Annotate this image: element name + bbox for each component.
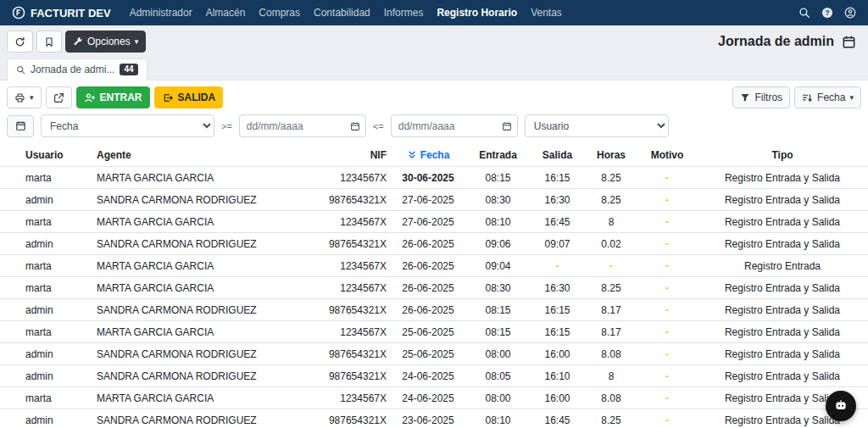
table-body: martaMARTA GARCIA GARCIA1234567X30-06-20… <box>0 167 868 428</box>
filter-row: Fecha >= <= Usuario <box>7 114 861 137</box>
cell-entrada: 08:10 <box>466 211 530 233</box>
table-row[interactable]: adminSANDRA CARMONA RODRIGUEZ987654321X2… <box>0 299 868 321</box>
col-header-fecha[interactable]: Fecha <box>390 144 466 167</box>
calendar-filter-button[interactable] <box>7 115 34 137</box>
navbar-menu: AdministradorAlmacénComprasContabilidadI… <box>123 7 569 19</box>
cell-entrada: 08:05 <box>466 365 530 387</box>
print-button[interactable]: ▾ <box>7 86 42 108</box>
cell-motivo: - <box>637 409 697 428</box>
col-header-salida[interactable]: Salida <box>530 144 585 167</box>
cell-nif: 1234567X <box>309 277 390 299</box>
search-icon-small <box>16 65 25 75</box>
filtros-label: Filtros <box>754 92 782 103</box>
cell-motivo: - <box>637 167 697 189</box>
nav-item-informes[interactable]: Informes <box>377 7 431 19</box>
table-row[interactable]: martaMARTA GARCIA GARCIA1234567X24-06-20… <box>0 387 868 409</box>
cell-entrada: 09:04 <box>466 255 530 277</box>
nav-item-compras[interactable]: Compras <box>252 7 307 19</box>
filter-user-select[interactable]: Usuario <box>525 114 669 137</box>
cell-agente: MARTA GARCIA GARCIA <box>93 255 309 277</box>
options-button[interactable]: Opciones ▾ <box>65 31 146 53</box>
col-header-tipo[interactable]: Tipo <box>697 144 868 167</box>
cell-agente: MARTA GARCIA GARCIA <box>93 211 309 233</box>
cell-horas: 8.25 <box>585 167 637 189</box>
cell-horas: 8.17 <box>585 321 637 343</box>
date-to-input[interactable] <box>391 114 518 137</box>
col-header-entrada[interactable]: Entrada <box>466 144 530 167</box>
table-row[interactable]: adminSANDRA CARMONA RODRIGUEZ987654321X2… <box>0 189 868 211</box>
cell-fecha: 27-06-2025 <box>390 211 466 233</box>
export-button[interactable] <box>46 86 72 108</box>
table-row[interactable]: martaMARTA GARCIA GARCIA1234567X25-06-20… <box>0 321 868 343</box>
table-row[interactable]: martaMARTA GARCIA GARCIA1234567X30-06-20… <box>0 167 868 189</box>
sort-label: Fecha <box>817 92 845 103</box>
cell-salida: 16:00 <box>530 343 585 365</box>
col-header-agente[interactable]: Agente <box>93 144 309 167</box>
table-row[interactable]: adminSANDRA CARMONA RODRIGUEZ987654321X2… <box>0 409 868 428</box>
table-row[interactable]: adminSANDRA CARMONA RODRIGUEZ987654321X2… <box>0 233 868 255</box>
cell-nif: 987654321X <box>309 299 390 321</box>
nav-item-ventas[interactable]: Ventas <box>524 7 569 19</box>
col-header-usuario[interactable]: Usuario <box>0 144 93 167</box>
help-icon[interactable]: ? <box>821 7 833 19</box>
table-row[interactable]: adminSANDRA CARMONA RODRIGUEZ987654321X2… <box>0 343 868 365</box>
caret-down-icon: ▾ <box>30 94 34 102</box>
cell-fecha: 25-06-2025 <box>390 321 466 343</box>
calendar-icon[interactable] <box>842 35 856 49</box>
tab-jornada[interactable]: Jornada de admi... 44 <box>7 58 147 81</box>
date-from-input[interactable] <box>239 114 366 137</box>
salida-button[interactable]: SALIDA <box>154 86 224 108</box>
chat-widget-button[interactable] <box>826 391 856 421</box>
app-brand[interactable]: FACTURIT DEV <box>12 6 111 19</box>
sort-button[interactable]: Fecha ▾ <box>794 86 861 108</box>
refresh-button[interactable] <box>7 31 33 53</box>
table-row[interactable]: martaMARTA GARCIA GARCIA1234567X27-06-20… <box>0 211 868 233</box>
cell-fecha: 23-06-2025 <box>390 409 466 428</box>
col-header-nif[interactable]: NIF <box>309 144 390 167</box>
col-header-motivo[interactable]: Motivo <box>637 144 697 167</box>
main-content: ▾ ENTRAR SALIDA <box>0 81 868 428</box>
cell-tipo: Registro Entrada y Salida <box>697 211 868 233</box>
cell-horas: 8.25 <box>585 277 637 299</box>
entrar-button[interactable]: ENTRAR <box>76 86 150 108</box>
table-row[interactable]: martaMARTA GARCIA GARCIA1234567X26-06-20… <box>0 277 868 299</box>
search-icon[interactable] <box>798 7 810 19</box>
nav-item-registro-horario[interactable]: Registro Horario <box>430 7 524 19</box>
cell-entrada: 08:00 <box>466 387 530 409</box>
table-row[interactable]: martaMARTA GARCIA GARCIA1234567X26-06-20… <box>0 255 868 277</box>
cell-usuario: admin <box>0 299 93 321</box>
cell-motivo: - <box>637 299 697 321</box>
exit-icon <box>162 92 174 103</box>
cell-fecha: 24-06-2025 <box>390 387 466 409</box>
cell-entrada: 08:10 <box>466 409 530 428</box>
caret-down-icon: ▾ <box>135 38 139 46</box>
nav-item-administrador[interactable]: Administrador <box>123 7 199 19</box>
filtros-button[interactable]: Filtros <box>732 86 790 108</box>
cell-horas: 8 <box>585 211 637 233</box>
bookmark-button[interactable] <box>36 31 62 53</box>
app-logo-icon <box>12 6 25 19</box>
filter-field-select[interactable]: Fecha <box>41 114 214 137</box>
cell-fecha: 26-06-2025 <box>390 255 466 277</box>
cell-usuario: marta <box>0 277 93 299</box>
cell-motivo: - <box>637 277 697 299</box>
cell-usuario: marta <box>0 387 93 409</box>
cell-usuario: admin <box>0 365 93 387</box>
cell-nif: 1234567X <box>309 387 390 409</box>
entrar-label: ENTRAR <box>100 92 142 103</box>
cell-motivo: - <box>637 233 697 255</box>
nav-item-almacén[interactable]: Almacén <box>199 7 253 19</box>
cell-usuario: marta <box>0 321 93 343</box>
cell-motivo: - <box>637 387 697 409</box>
user-icon[interactable] <box>844 7 856 19</box>
nav-item-contabilidad[interactable]: Contabilidad <box>307 7 377 19</box>
date-to-wrap <box>391 114 518 137</box>
cell-usuario: marta <box>0 255 93 277</box>
table-row[interactable]: adminSANDRA CARMONA RODRIGUEZ987654321X2… <box>0 365 868 387</box>
cell-horas: 8.17 <box>585 299 637 321</box>
cell-salida: 16:10 <box>530 365 585 387</box>
cell-agente: SANDRA CARMONA RODRIGUEZ <box>93 299 309 321</box>
cell-horas: 8.08 <box>585 343 637 365</box>
gte-label: >= <box>221 121 232 131</box>
col-header-horas[interactable]: Horas <box>585 144 637 167</box>
